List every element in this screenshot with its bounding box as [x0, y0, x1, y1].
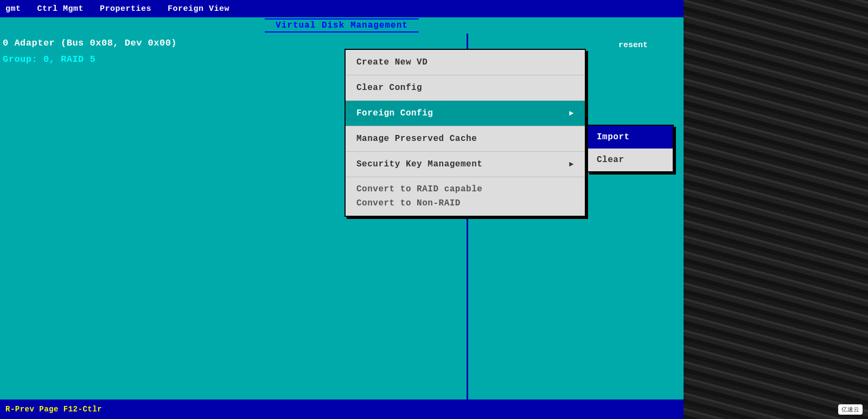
title-bar: Virtual Disk Management	[0, 17, 684, 34]
group-info: Group: 0, RAID 5	[3, 54, 95, 65]
submenu-item-clear[interactable]: Clear	[588, 149, 673, 171]
submenu-arrow-security-key: ►	[569, 160, 574, 169]
menu-ctrl-mgmt[interactable]: Ctrl Mgmt	[37, 4, 84, 14]
menu-item-clear-config[interactable]: Clear Config	[346, 75, 585, 101]
main-menu: Create New VD Clear Config Foreign Confi…	[344, 49, 586, 217]
menu-label-convert-raid: Convert to RAID capable	[356, 183, 574, 197]
menu-label-manage-preserved-cache: Manage Preserved Cache	[356, 134, 477, 144]
watermark: 亿速云	[838, 404, 863, 415]
submenu-foreign-config: Import Clear	[587, 125, 674, 172]
menu-label-security-key-mgmt: Security Key Management	[356, 159, 482, 169]
right-panel	[684, 0, 868, 419]
menu-item-convert[interactable]: Convert to RAID capable Convert to Non-R…	[346, 177, 585, 216]
menu-label-clear-config: Clear Config	[356, 83, 422, 93]
bottom-bar: R-Prev Page F12-Ctlr	[0, 399, 684, 419]
adapter-info: 0 Adapter (Bus 0x08, Dev 0x00)	[3, 38, 177, 48]
menu-item-manage-preserved-cache[interactable]: Manage Preserved Cache	[346, 126, 585, 152]
menu-item-foreign-config[interactable]: Foreign Config ►	[346, 101, 585, 126]
submenu-item-import[interactable]: Import	[588, 126, 673, 149]
menu-properties[interactable]: Properties	[100, 4, 151, 14]
menu-item-security-key-mgmt[interactable]: Security Key Management ►	[346, 152, 585, 177]
menu-label-create-new-vd: Create New VD	[356, 57, 427, 67]
menu-label-convert-non-raid: Convert to Non-RAID	[356, 197, 574, 211]
menu-item-create-new-vd[interactable]: Create New VD	[346, 50, 585, 75]
menu-mgmt[interactable]: gmt	[5, 4, 21, 14]
top-menubar: gmt Ctrl Mgmt Properties Foreign View	[0, 0, 684, 17]
cable-texture	[684, 0, 868, 419]
bottom-bar-text: R-Prev Page F12-Ctlr	[5, 405, 102, 414]
menu-foreign-view[interactable]: Foreign View	[168, 4, 229, 14]
submenu-arrow-foreign-config: ►	[569, 109, 574, 118]
present-label: resent	[618, 41, 648, 50]
menu-label-foreign-config: Foreign Config	[356, 108, 433, 118]
page-title: Virtual Disk Management	[265, 18, 419, 33]
